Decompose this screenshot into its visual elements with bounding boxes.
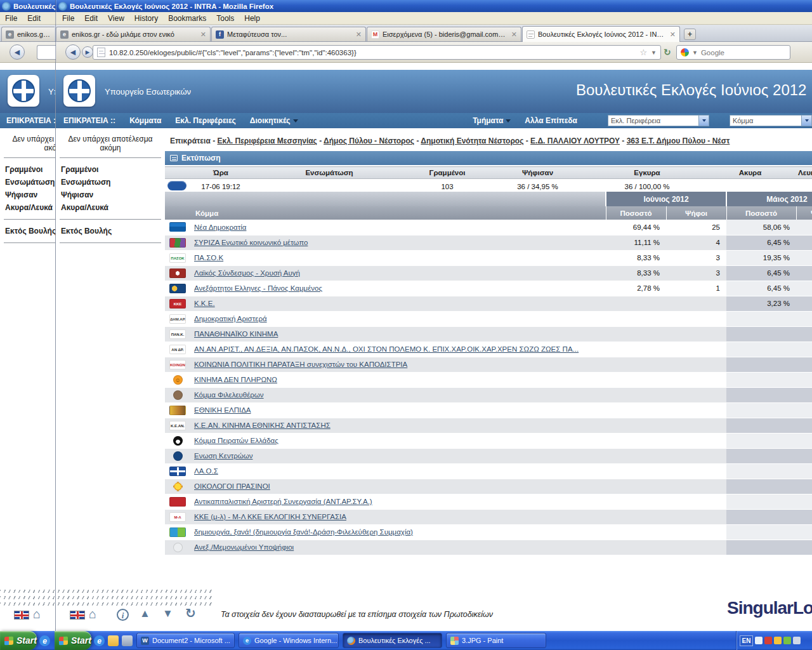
nav-item-alla-epipeda[interactable]: Αλλα Επίπεδα — [525, 116, 577, 125]
volume-icon[interactable] — [755, 637, 763, 644]
bookmark-star-icon[interactable]: ☆ — [639, 48, 647, 57]
menu-item[interactable]: History — [129, 13, 163, 24]
party-link[interactable]: Κ.Κ.Ε. — [194, 300, 215, 307]
back-button[interactable]: ◄ — [65, 44, 81, 60]
tab-close-icon[interactable]: ✕ — [669, 30, 676, 39]
nav-item-epikrateia[interactable]: ΕΠΙΚΡΑΤΕΙΑ :: — [63, 116, 115, 125]
party-row: ΔΗΜ.ΑΡ. Δημοκρατική Αριστερά — [165, 311, 812, 326]
home-icon[interactable]: ⌂ — [33, 607, 41, 621]
taskbar-button-paint[interactable]: 3.JPG - Paint — [446, 633, 546, 648]
forward-button[interactable]: ► — [82, 46, 93, 58]
internet-explorer-icon[interactable]: e — [94, 635, 105, 646]
party-link[interactable]: ΕΘΝΙΚΗ ΕΛΠΙΔΑ — [194, 406, 251, 414]
tab-elections-active[interactable]: Βουλευτικές Εκλογές Ιούνιος 2012 - INTRA… — [522, 26, 680, 42]
url-input[interactable]: 10.82.0.250/ekloges/public/#{"cls":"leve… — [93, 45, 661, 60]
party-row: ΚΚΕ Κ.Κ.Ε. 3,23 % — [165, 296, 812, 311]
home-icon[interactable]: ⌂ — [89, 607, 96, 621]
region-select[interactable]: Εκλ. Περιφέρεια — [608, 115, 709, 126]
tab-facebook[interactable]: f Μεταφύτευσα τον... ✕ — [211, 27, 366, 41]
page-nav: ΕΠΙΚΡΑΤΕΙΑ :: Κόμματα Εκλ. Περιφέρειες Δ… — [56, 113, 812, 128]
taskbar-button-ie[interactable]: e Google - Windows Intern... — [239, 633, 339, 648]
party-link[interactable]: ΛΑ.Ο.Σ — [194, 467, 218, 475]
may-percent-cell — [726, 387, 796, 402]
party-link[interactable]: Δημοκρατική Αριστερά — [194, 315, 267, 322]
start-button-2[interactable]: Start — [55, 631, 91, 650]
language-flag-icon[interactable] — [70, 611, 85, 620]
new-tab-button[interactable]: + — [684, 29, 696, 40]
party-link[interactable]: ΣΥΡΙΖΑ Ενωτικό κοινωνικό μέτωπο — [194, 239, 308, 246]
party-link[interactable]: Κ.Ε.ΑΝ. ΚΙΝΗΜΑ ΕΘΝΙΚΗΣ ΑΝΤΙΣΤΑΣΗΣ — [194, 421, 331, 429]
breadcrumb-link[interactable]: 363 Ε.Τ. Δήμου Πύλου - Νέστ — [627, 136, 730, 145]
menu-item[interactable]: Bookmarks — [163, 13, 211, 24]
tab-enikos[interactable]: e enikos.gr - εδώ μιλάμε στον ενικό ✕ — [56, 27, 211, 41]
start-button[interactable]: Start — [0, 631, 37, 650]
search-engine-dropdown-icon[interactable]: ▼ — [692, 50, 698, 56]
taskbar-button-firefox[interactable]: Βουλευτικές Εκλογές ... — [343, 633, 442, 648]
may-percent-cell — [726, 448, 796, 463]
nav-item-kommata[interactable]: Κόμματα — [129, 116, 161, 125]
reload-icon[interactable]: ↻ — [664, 47, 671, 57]
party-link[interactable]: ΟΙΚΟΛΟΓΟΙ ΠΡΑΣΙΝΟΙ — [194, 482, 270, 490]
menu-edit[interactable]: Edit — [22, 13, 46, 24]
party-link[interactable]: ΑΝ.ΑΝ.ΑΡΙΣΤ., ΑΝ.ΔΕΞΙΑ, ΑΝ.ΠΑΣΟΚ, ΑΝ.Ν.Δ… — [194, 345, 579, 353]
party-link[interactable]: Ενωση Κεντρώων — [194, 452, 252, 460]
explorer-folder-icon[interactable] — [108, 635, 119, 646]
party-link[interactable]: ΠΑΝΑΘΗΝΑΪΚΟ ΚΙΝΗΜΑ — [194, 330, 278, 338]
search-input[interactable]: ▼ Google — [676, 45, 790, 60]
language-indicator[interactable]: EN — [740, 635, 753, 646]
info-icon[interactable]: i — [117, 609, 129, 621]
party-link[interactable]: Αντικαπιταλιστική Αριστερή Συνεργασία (Α… — [194, 498, 372, 505]
breadcrumb-link[interactable]: Δημοτική Ενότητα Νέστορος — [421, 136, 523, 145]
party-link[interactable]: Λαϊκός Σύνδεσμος - Χρυσή Αυγή — [194, 269, 300, 277]
sidebar-item: Ψήφισαν — [56, 189, 165, 201]
party-select[interactable]: Κόμμα — [730, 115, 812, 126]
background-back-button[interactable]: ◄ — [10, 44, 25, 60]
background-urlbar[interactable] — [37, 45, 56, 60]
shield-icon[interactable] — [764, 637, 772, 644]
party-link[interactable]: Κόμμα Πειρατών Ελλάδας — [194, 437, 278, 444]
language-flag-icon[interactable] — [14, 611, 29, 620]
tab-close-icon[interactable]: ✕ — [199, 30, 206, 39]
party-link[interactable]: ΠΑ.ΣΟ.Κ — [194, 254, 223, 262]
breadcrumb-link[interactable]: Ε.Δ. ΠΑΛΑΙΟΥ ΛΟΥΤΡΟΥ — [530, 136, 620, 145]
update-icon[interactable] — [774, 637, 782, 644]
menu-file[interactable]: File — [0, 13, 22, 24]
nav-item-periferies[interactable]: Εκλ. Περιφέρειες — [175, 116, 236, 125]
print-button[interactable]: Εκτύπωση — [165, 151, 812, 165]
menu-item[interactable]: Tools — [211, 13, 239, 24]
party-link[interactable]: ΚΟΙΝΩΝΙΑ ΠΟΛΙΤΙΚΗ ΠΑΡΑΤΑΞΗ συνεχιστών το… — [194, 361, 407, 368]
party-link[interactable]: ΚΙΝΗΜΑ ΔΕΝ ΠΛΗΡΩΝΩ — [194, 376, 277, 383]
history-dropdown-icon[interactable]: ▼ — [651, 50, 657, 56]
breadcrumb-link[interactable]: Εκλ. Περιφέρεια Μεσσηνίας — [217, 136, 317, 145]
party-link[interactable]: Ανεξ./Μεμονωμένοι Υποψήφιοι — [194, 543, 294, 551]
party-link[interactable]: ΚΚΕ (μ-λ) - Μ-Λ ΚΚΕ ΕΚΛΟΓΙΚΗ ΣΥΝΕΡΓΑΣΙΑ — [194, 513, 346, 521]
tab-gmail[interactable]: M Εισερχόμενα (5) - bideris@gmail.com - … — [367, 27, 521, 41]
june-percent-cell — [606, 357, 666, 372]
tab-close-icon[interactable]: ✕ — [510, 30, 517, 39]
down-arrow-icon[interactable]: ▼ — [162, 607, 173, 620]
keyboard-icon[interactable] — [793, 637, 801, 644]
menu-item[interactable]: File — [57, 13, 79, 24]
up-arrow-icon[interactable]: ▲ — [140, 607, 150, 620]
menu-item[interactable]: Edit — [79, 13, 103, 24]
party-link[interactable]: Ανεξάρτητοι Ελληνες - Πάνος Καμμένος — [194, 284, 322, 292]
taskbar-button-word[interactable]: W Document2 - Microsoft ... — [136, 633, 235, 648]
firefox-icon — [58, 2, 67, 11]
show-desktop-icon[interactable] — [122, 635, 133, 646]
background-window-tab[interactable]: e enikos.gr - εδώ μιλάμε στον ενικό — [1, 27, 55, 41]
nav-item-dioikitikes[interactable]: Διοικητικές — [250, 116, 298, 125]
menu-item[interactable]: View — [103, 13, 129, 24]
party-link[interactable]: Κόμμα Φιλελευθέρων — [194, 391, 264, 399]
party-link[interactable]: Νέα Δημοκρατία — [194, 223, 246, 231]
party-icon-cell: ΔΗΜ.ΑΡ. — [165, 311, 190, 326]
breadcrumb-link[interactable]: Δήμος Πύλου - Νέστορος — [324, 136, 414, 145]
network-icon[interactable] — [783, 637, 791, 644]
internet-explorer-icon[interactable]: e — [39, 635, 50, 646]
refresh-icon[interactable]: ↻ — [185, 606, 196, 621]
dropdown-button-icon[interactable] — [698, 116, 709, 126]
menu-item[interactable]: Help — [239, 13, 265, 24]
party-link[interactable]: δημιουργία, ξανά! (δημιουργία ξανά!-Δράσ… — [194, 528, 413, 536]
dropdown-button-icon[interactable] — [801, 116, 811, 126]
nav-item-tmimata[interactable]: Τμήματα — [473, 116, 511, 125]
tab-close-icon[interactable]: ✕ — [355, 30, 362, 39]
